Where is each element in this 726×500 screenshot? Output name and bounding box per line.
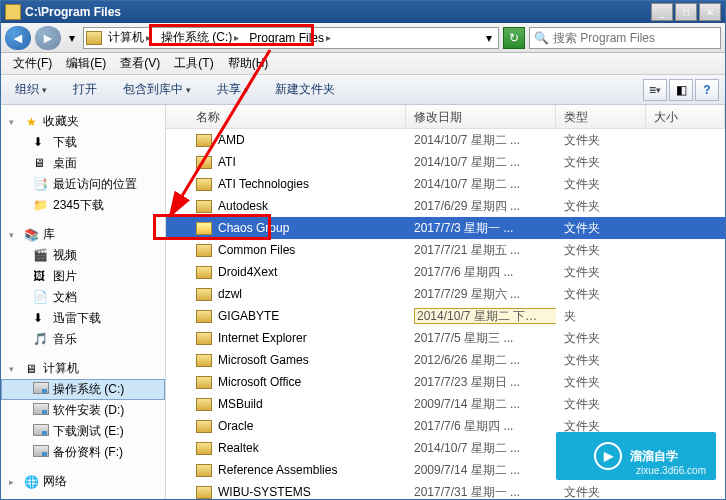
sidebar-item-label: 文档: [53, 289, 77, 306]
sidebar-item-label: 软件安装 (D:): [53, 402, 124, 419]
table-row[interactable]: Oracle2017/7/6 星期四 ...文件夹: [166, 415, 725, 437]
network-header[interactable]: ▸ 🌐 网络: [1, 471, 165, 492]
table-row[interactable]: Droid4Xext2017/7/6 星期四 ...文件夹: [166, 261, 725, 283]
column-size[interactable]: 大小: [646, 105, 725, 128]
cell-type: 文件夹: [556, 460, 646, 481]
open-button[interactable]: 打开: [65, 78, 105, 101]
recent-icon: 📑: [33, 177, 49, 193]
search-box[interactable]: 🔍: [529, 27, 721, 49]
window-controls: _ □ ✕: [651, 3, 721, 21]
organize-button[interactable]: 组织▾: [7, 78, 55, 101]
cell-date: 2017/7/5 星期三 ...: [406, 328, 556, 349]
sidebar-item[interactable]: 📄文档: [1, 287, 165, 308]
document-icon: 📄: [33, 290, 49, 306]
folder-name: dzwl: [218, 287, 242, 301]
sidebar-item[interactable]: 🖼图片: [1, 266, 165, 287]
computer-header[interactable]: ▾ 🖥 计算机: [1, 358, 165, 379]
sidebar-item-label: 视频: [53, 247, 77, 264]
menu-tools[interactable]: 工具(T): [168, 53, 219, 74]
folder-icon: [196, 420, 212, 433]
cell-name: AMD: [166, 131, 406, 149]
sidebar-item-label: 备份资料 (F:): [53, 444, 123, 461]
menu-view[interactable]: 查看(V): [114, 53, 166, 74]
close-button[interactable]: ✕: [699, 3, 721, 21]
sidebar-item-label: 下载: [53, 134, 77, 151]
crumb-computer[interactable]: 计算机 ▸: [104, 28, 155, 48]
chevron-right-icon: ▸: [146, 32, 151, 43]
folder-name: AMD: [218, 133, 245, 147]
menu-file[interactable]: 文件(F): [7, 53, 58, 74]
help-button[interactable]: ?: [695, 79, 719, 101]
column-date[interactable]: 修改日期: [406, 105, 556, 128]
back-button[interactable]: ◄: [5, 26, 31, 50]
table-row[interactable]: Reference Assemblies2009/7/14 星期二 ...文件夹: [166, 459, 725, 481]
folder-icon: [196, 398, 212, 411]
minimize-button[interactable]: _: [651, 3, 673, 21]
preview-pane-button[interactable]: ◧: [669, 79, 693, 101]
include-library-button[interactable]: 包含到库中▾: [115, 78, 199, 101]
crumb-folder[interactable]: Program Files ▸: [245, 28, 335, 48]
favorites-header[interactable]: ▾ ★ 收藏夹: [1, 111, 165, 132]
cell-date: 2009/7/14 星期二 ...: [406, 460, 556, 481]
sidebar-item[interactable]: 🖥桌面: [1, 153, 165, 174]
sidebar-item[interactable]: 🎬视频: [1, 245, 165, 266]
sidebar-item[interactable]: 操作系统 (C:): [1, 379, 165, 400]
sidebar-item[interactable]: 下载测试 (E:): [1, 421, 165, 442]
computer-group: ▾ 🖥 计算机 操作系统 (C:)软件安装 (D:)下载测试 (E:)备份资料 …: [1, 358, 165, 463]
sidebar: ▾ ★ 收藏夹 ⬇下载🖥桌面📑最近访问的位置📁2345下载 ▾ 📚 库 🎬视频🖼…: [1, 105, 166, 499]
table-row[interactable]: Microsoft Office2017/7/23 星期日 ...文件夹: [166, 371, 725, 393]
sidebar-item-label: 最近访问的位置: [53, 176, 137, 193]
view-mode-button[interactable]: ≡▾: [643, 79, 667, 101]
folder-icon: [196, 486, 212, 499]
folder-name: MSBuild: [218, 397, 263, 411]
table-row[interactable]: WIBU-SYSTEMS2017/7/31 星期一 ...文件夹: [166, 481, 725, 499]
new-folder-button[interactable]: 新建文件夹: [267, 78, 343, 101]
sidebar-item[interactable]: 软件安装 (D:): [1, 400, 165, 421]
table-row[interactable]: Internet Explorer2017/7/5 星期三 ...文件夹: [166, 327, 725, 349]
search-input[interactable]: [553, 31, 716, 45]
forward-button[interactable]: ►: [35, 26, 61, 50]
table-row[interactable]: AMD2014/10/7 星期二 ...文件夹: [166, 129, 725, 151]
menu-help[interactable]: 帮助(H): [222, 53, 275, 74]
chevron-right-icon: ▸: [234, 32, 239, 43]
address-bar[interactable]: 计算机 ▸ 操作系统 (C:) ▸ Program Files ▸ ▾: [83, 27, 499, 49]
sidebar-item[interactable]: ⬇下载: [1, 132, 165, 153]
favorites-group: ▾ ★ 收藏夹 ⬇下载🖥桌面📑最近访问的位置📁2345下载: [1, 111, 165, 216]
table-row[interactable]: Microsoft Games2012/6/26 星期二 ...文件夹: [166, 349, 725, 371]
folder-name: Chaos Group: [218, 221, 289, 235]
folder-name: WIBU-SYSTEMS: [218, 485, 311, 499]
file-list: 名称 修改日期 类型 大小 AMD2014/10/7 星期二 ...文件夹ATI…: [166, 105, 725, 499]
cell-name: ATI: [166, 153, 406, 171]
maximize-button[interactable]: □: [675, 3, 697, 21]
table-row[interactable]: Autodesk2017/6/29 星期四 ...文件夹: [166, 195, 725, 217]
table-row[interactable]: GIGABYTE2014/10/7 星期二 下午 3:41夹: [166, 305, 725, 327]
sidebar-item[interactable]: 📁2345下载: [1, 195, 165, 216]
crumb-label: 计算机: [108, 29, 144, 46]
sidebar-item[interactable]: 🎵音乐: [1, 329, 165, 350]
libraries-header[interactable]: ▾ 📚 库: [1, 224, 165, 245]
history-dropdown[interactable]: ▾: [65, 26, 79, 50]
table-row[interactable]: ATI Technologies2014/10/7 星期二 ...文件夹: [166, 173, 725, 195]
body: ▾ ★ 收藏夹 ⬇下载🖥桌面📑最近访问的位置📁2345下载 ▾ 📚 库 🎬视频🖼…: [1, 105, 725, 499]
refresh-button[interactable]: ↻: [503, 27, 525, 49]
sidebar-item-label: 图片: [53, 268, 77, 285]
table-row[interactable]: ATI2014/10/7 星期二 ...文件夹: [166, 151, 725, 173]
cell-date: 2012/6/26 星期二 ...: [406, 350, 556, 371]
table-row[interactable]: Realtek2014/10/7 星期二 ...文件夹: [166, 437, 725, 459]
column-type[interactable]: 类型: [556, 105, 646, 128]
sidebar-item[interactable]: 备份资料 (F:): [1, 442, 165, 463]
cell-type: 文件夹: [556, 438, 646, 459]
sidebar-item[interactable]: ⬇迅雷下载: [1, 308, 165, 329]
table-row[interactable]: MSBuild2009/7/14 星期二 ...文件夹: [166, 393, 725, 415]
address-dropdown[interactable]: ▾: [482, 31, 496, 45]
share-button[interactable]: 共享▾: [209, 78, 257, 101]
chevron-down-icon: ▾: [9, 117, 19, 127]
table-row[interactable]: dzwl2017/7/29 星期六 ...文件夹: [166, 283, 725, 305]
table-row[interactable]: Common Files2017/7/21 星期五 ...文件夹: [166, 239, 725, 261]
table-row[interactable]: Chaos Group2017/7/3 星期一 ...文件夹: [166, 217, 725, 239]
sidebar-item[interactable]: 📑最近访问的位置: [1, 174, 165, 195]
folder-name: Autodesk: [218, 199, 268, 213]
menu-edit[interactable]: 编辑(E): [60, 53, 112, 74]
crumb-drive[interactable]: 操作系统 (C:) ▸: [157, 28, 243, 48]
column-name[interactable]: 名称: [166, 105, 406, 128]
